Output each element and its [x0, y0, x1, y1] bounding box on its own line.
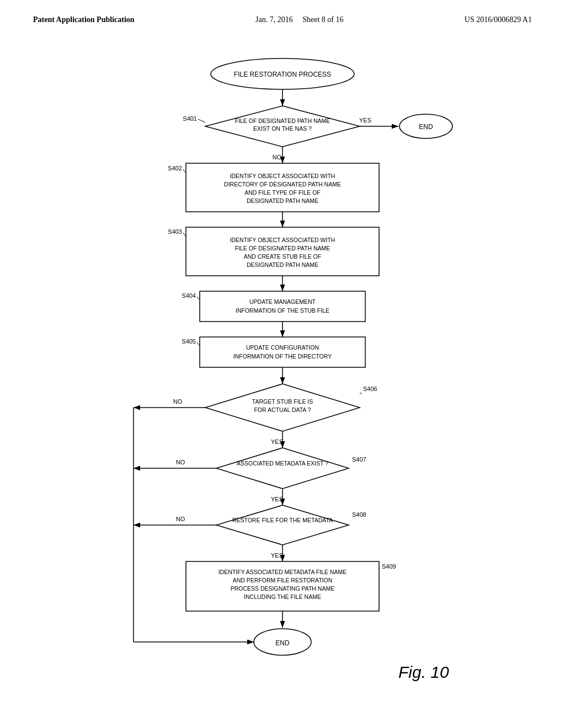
- svg-line-21: [360, 393, 362, 394]
- flowchart-svg: FILE RESTORATION PROCESS FILE OF DESIGNA…: [89, 41, 476, 692]
- label-s406: S406: [363, 386, 377, 392]
- box403-line1: IDENTIFY OBJECT ASSOCIATED WITH: [230, 237, 335, 243]
- label-s407: S407: [352, 456, 366, 463]
- label-s405: S405: [182, 338, 196, 345]
- no-label-408: NO: [176, 516, 185, 522]
- svg-marker-27: [216, 505, 349, 545]
- page-header: Patent Application Publication Jan. 7, 2…: [0, 0, 565, 30]
- svg-rect-14: [200, 291, 365, 322]
- svg-rect-8: [186, 163, 379, 212]
- box409-line1: IDENTIFY ASSOCIATED METADATA FILE NAME: [218, 569, 347, 575]
- diamond406-line2: FOR ACTUAL DATA ?: [254, 406, 311, 413]
- no-label-406: NO: [173, 398, 183, 405]
- box405-line2: INFORMATION OF THE DIRECTORY: [233, 353, 332, 360]
- header-date: Jan. 7, 2016: [255, 15, 293, 24]
- label-s401: S401: [183, 115, 197, 122]
- box404-line2: INFORMATION OF THE STUB FILE: [236, 307, 329, 314]
- header-patent-number: US 2016/0006829 A1: [465, 15, 532, 24]
- diamond1-line2: EXIST ON THE NAS ?: [253, 125, 312, 132]
- fig-caption: Fig. 10: [398, 663, 449, 681]
- label-s408: S408: [352, 511, 366, 518]
- box403-line3: AND CREATE STUB FILE OF: [244, 253, 321, 260]
- no-label-1: NO: [273, 154, 282, 160]
- box405-line1: UPDATE CONFIGURATION: [246, 344, 319, 351]
- diamond407-line1: ASSOCIATED METADATA EXIST ?: [237, 460, 328, 467]
- label-s403: S403: [168, 228, 182, 235]
- header-date-sheet: Jan. 7, 2016 Sheet 8 of 16: [255, 15, 343, 24]
- box402-line1: IDENTIFY OBJECT ASSOCIATED WITH: [230, 173, 335, 179]
- label-s404: S404: [182, 292, 196, 299]
- svg-rect-17: [200, 337, 365, 367]
- box409-line3: PROCESS DESIGNATING PATH NAME: [231, 585, 334, 592]
- box402-line3: AND FILE TYPE OF FILE OF: [244, 189, 321, 196]
- yes-label-1: YES: [359, 117, 371, 124]
- end2-label: END: [275, 639, 290, 647]
- diamond408-line1: RESTORE FILE FOR THE METADATA: [232, 517, 333, 523]
- header-publication: Patent Application Publication: [33, 15, 135, 24]
- box402-line4: DESIGNATED PATH NAME: [247, 197, 318, 204]
- svg-line-4: [198, 119, 205, 122]
- label-s409: S409: [382, 563, 396, 570]
- label-s402: S402: [168, 165, 182, 172]
- yes-label-406: YES: [271, 438, 283, 445]
- box402-line2: DIRECTORY OF DESIGNATED PATH NAME: [224, 181, 341, 188]
- svg-marker-24: [216, 448, 349, 489]
- box409-line2: AND PERFORM FILE RESTORATION: [233, 577, 332, 584]
- header-sheet: Sheet 8 of 16: [302, 15, 343, 24]
- box403-line2: FILE OF DESIGNATED PATH NAME: [235, 245, 331, 251]
- start-label: FILE RESTORATION PROCESS: [234, 71, 331, 78]
- diamond1-line1: FILE OF DESIGNATED PATH NAME: [235, 117, 331, 124]
- end1-label: END: [419, 123, 433, 131]
- diamond406-line1: TARGET STUB FILE IS: [252, 398, 313, 405]
- diagram-container: FILE RESTORATION PROCESS FILE OF DESIGNA…: [0, 30, 565, 703]
- box403-line4: DESIGNATED PATH NAME: [247, 261, 318, 268]
- yes-label-408: YES: [271, 552, 283, 559]
- no-label-407: NO: [176, 459, 185, 465]
- svg-rect-11: [186, 227, 379, 276]
- box404-line1: UPDATE MANAGEMENT: [249, 298, 316, 305]
- yes-label-407: YES: [271, 496, 283, 502]
- box409-line4: INCLUDING THE FILE NAME: [244, 593, 321, 600]
